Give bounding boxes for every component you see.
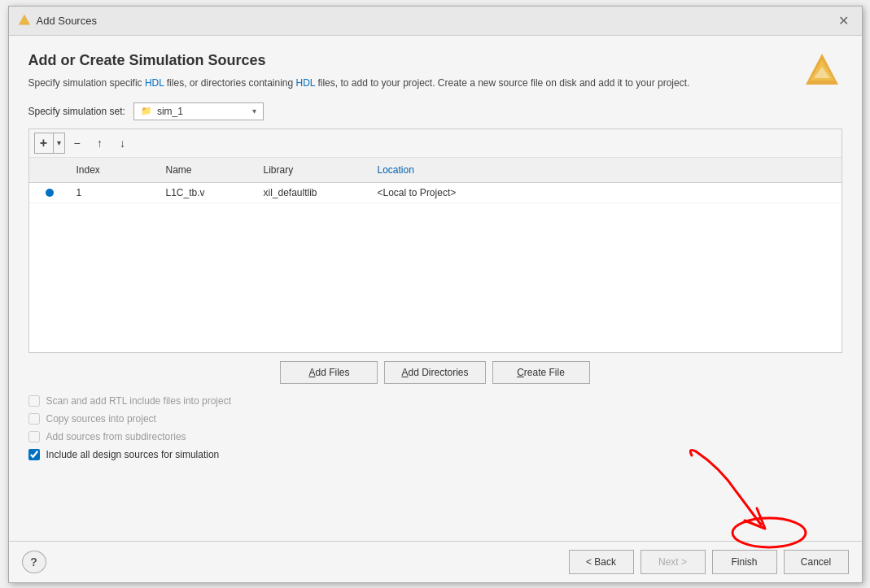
col-header-index: Index [70, 161, 160, 179]
desc-part1: Specify simulation specific [28, 77, 145, 89]
header-text: Add or Create Simulation Sources Specify… [28, 52, 793, 90]
remove-button[interactable]: − [67, 133, 88, 153]
back-button[interactable]: < Back [569, 550, 634, 574]
col-header-library: Library [257, 161, 371, 179]
desc-part2: files, or directories containing [164, 77, 295, 89]
table-header: Index Name Library Location [29, 158, 842, 183]
dialog-title: Add Sources [37, 15, 97, 27]
copy-checkbox[interactable] [28, 413, 40, 425]
table-row[interactable]: 1 L1C_tb.v xil_defaultlib <Local to Proj… [29, 183, 842, 203]
checkbox-row-scan: Scan and add RTL include files into proj… [28, 395, 842, 407]
row-location: <Local to Project> [371, 183, 842, 203]
dialog-content: Add or Create Simulation Sources Specify… [9, 36, 862, 541]
cancel-button[interactable]: Cancel [784, 550, 849, 574]
add-directories-underline: Add Directories [401, 367, 468, 378]
subdirs-label: Add sources from subdirectories [46, 431, 186, 442]
scan-label: Scan and add RTL include files into proj… [46, 395, 231, 407]
checkbox-row-include-design: Include all design sources for simulatio… [28, 449, 842, 460]
include-design-checkbox[interactable] [28, 449, 40, 460]
status-dot-icon [46, 189, 54, 197]
sim-set-label: Specify simulation set: [28, 106, 125, 117]
sources-table-area: + ▾ − ↑ ↓ Index Name Library Location [28, 128, 842, 354]
subdirs-checkbox[interactable] [28, 431, 40, 442]
add-button-group: + ▾ [34, 133, 65, 154]
add-sources-dialog: Add Sources ✕ Add or Create Simulation S… [8, 6, 863, 583]
copy-label: Copy sources into project [46, 413, 156, 425]
description: Specify simulation specific HDL files, o… [28, 76, 793, 90]
folder-icon: 📁 [141, 106, 152, 116]
dropdown-arrow-icon: ▾ [252, 107, 256, 115]
finish-button[interactable]: Finish [712, 550, 777, 574]
desc-part3: files, to add to your project. Create a … [315, 77, 689, 89]
dialog-footer: ? < Back Next > Finish Cancel [9, 541, 862, 582]
col-header-location: Location [371, 161, 842, 179]
create-file-button[interactable]: Create File [492, 361, 590, 384]
checkboxes-area: Scan and add RTL include files into proj… [28, 395, 842, 460]
add-files-underline: Add Files [308, 367, 349, 378]
footer-left: ? [22, 551, 46, 573]
row-dot [29, 185, 70, 201]
create-file-underline: Create File [517, 367, 565, 378]
footer-right: < Back Next > Finish Cancel [569, 550, 849, 574]
include-design-label: Include all design sources for simulatio… [46, 449, 220, 460]
col-header-name: Name [160, 161, 257, 179]
add-files-button[interactable]: Add Files [280, 361, 378, 384]
checkbox-row-copy: Copy sources into project [28, 413, 842, 425]
checkbox-row-subdirs: Add sources from subdirectories [28, 431, 842, 442]
desc-hdl2: HDL [296, 77, 316, 89]
move-down-button[interactable]: ↓ [112, 133, 133, 153]
desc-hdl1: HDL [145, 77, 164, 89]
row-index: 1 [70, 183, 160, 203]
add-dropdown-button[interactable]: ▾ [53, 133, 64, 153]
row-name: L1C_tb.v [160, 183, 257, 203]
help-button[interactable]: ? [22, 551, 46, 573]
header-area: Add or Create Simulation Sources Specify… [28, 52, 842, 93]
next-button[interactable]: Next > [640, 550, 706, 574]
add-directories-button[interactable]: Add Directories [384, 361, 485, 384]
table-body: 1 L1C_tb.v xil_defaultlib <Local to Proj… [29, 183, 842, 353]
action-buttons: Add Files Add Directories Create File [28, 361, 842, 384]
add-main-button[interactable]: + [35, 133, 53, 153]
sim-set-row: Specify simulation set: 📁 sim_1 ▾ [28, 102, 842, 120]
title-bar: Add Sources ✕ [9, 7, 862, 36]
sim-set-value: sim_1 [157, 106, 247, 117]
col-header-dot [29, 161, 70, 179]
main-title: Add or Create Simulation Sources [28, 52, 793, 69]
title-bar-left: Add Sources [17, 13, 97, 28]
close-button[interactable]: ✕ [833, 11, 854, 30]
row-library: xil_defaultlib [257, 183, 371, 203]
app-logo-icon [17, 13, 32, 28]
table-toolbar: + ▾ − ↑ ↓ [29, 129, 842, 158]
vivado-logo-icon [802, 52, 842, 93]
move-up-button[interactable]: ↑ [90, 133, 111, 153]
scan-checkbox[interactable] [28, 395, 40, 407]
sim-set-dropdown[interactable]: 📁 sim_1 ▾ [133, 102, 264, 120]
